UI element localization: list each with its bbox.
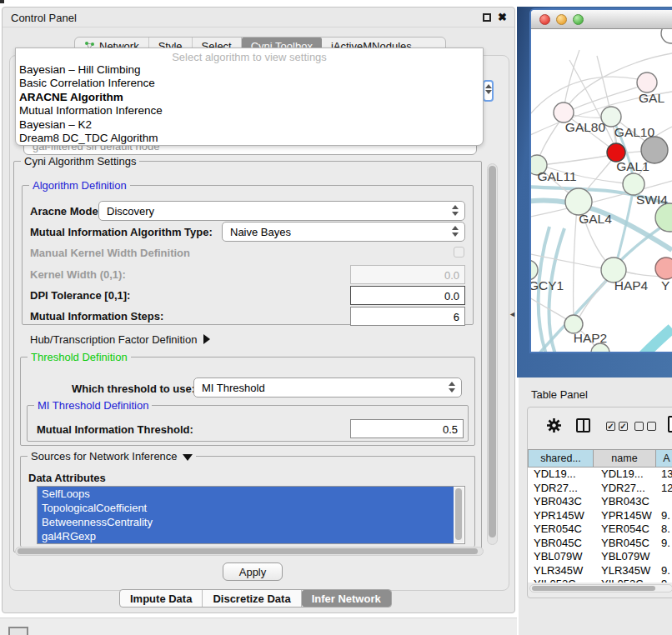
- column-header-a[interactable]: A: [656, 449, 672, 468]
- mi-steps-field[interactable]: 6: [350, 307, 465, 326]
- mi-steps-label: Mutual Information Steps:: [30, 310, 163, 322]
- table-row[interactable]: YDR27...YDR27...12: [528, 482, 672, 496]
- node-labels: GAL GAL80 GAL10 GAL1 GAL11 SWI4 GAL4 GCY…: [531, 91, 669, 345]
- cell-name: YDR27...: [594, 482, 656, 496]
- cell-shared: YDL19...: [528, 468, 594, 482]
- unchecked-checkbox-icon[interactable]: [647, 422, 656, 431]
- combo-value: Naive Bayes: [230, 226, 291, 238]
- kernel-width-field[interactable]: 0.0: [350, 265, 465, 284]
- control-panel-titlebar: Control Panel ✖: [3, 8, 514, 28]
- column-header-name[interactable]: name: [594, 449, 656, 468]
- focused-stepper[interactable]: [483, 80, 494, 102]
- corner-artifact: [0, 0, 4, 3]
- sources-group-title[interactable]: Sources for Network Inference: [28, 450, 196, 462]
- table-row[interactable]: YPR145WYPR145W9.: [528, 509, 672, 523]
- cell-name: YPR145W: [594, 509, 656, 523]
- node-salmon[interactable]: [655, 258, 672, 279]
- column-browser-icon[interactable]: [576, 418, 590, 432]
- list-vertical-scrollbar[interactable]: [454, 488, 464, 542]
- table-hscroll-thumb[interactable]: [532, 586, 655, 591]
- cell-shared: YBL079W: [528, 550, 594, 564]
- table-row[interactable]: YER054CYER054C8.: [528, 522, 672, 537]
- settings-horizontal-scrollbar[interactable]: [15, 547, 484, 556]
- table-row[interactable]: YLR345WYLR345W9.: [528, 564, 672, 578]
- stepper-arrows-icon: [452, 205, 459, 216]
- node-big-green[interactable]: [655, 203, 672, 232]
- algorithm-option[interactable]: Bayesian – K2: [16, 118, 483, 132]
- gear-icon[interactable]: [546, 418, 562, 433]
- algorithm-option[interactable]: Mutual Information Inference: [16, 104, 483, 118]
- tab-infer-network[interactable]: Infer Network: [302, 590, 391, 607]
- table-panel: Table Panel ✓: [519, 378, 672, 635]
- float-window-icon[interactable]: [483, 13, 491, 22]
- node-partial-top[interactable]: [661, 29, 672, 43]
- combo-value: MI Threshold: [202, 382, 265, 394]
- cell-shared: YPR145W: [528, 509, 594, 523]
- group-title: Cyni Algorithm Settings: [21, 155, 139, 168]
- algorithm-option[interactable]: Dream8 DC_TDC Algorithm: [16, 132, 483, 145]
- table-row[interactable]: YIL052CYIL052C9: [528, 578, 672, 582]
- network-window-titlebar[interactable]: [531, 10, 672, 29]
- attribute-item-selected[interactable]: TopologicalCoefficient: [38, 501, 454, 515]
- minimize-traffic-light-icon[interactable]: [556, 14, 567, 25]
- settings-vertical-scrollbar[interactable]: [487, 163, 498, 545]
- cell-value: [656, 495, 672, 509]
- hscroll-thumb[interactable]: [18, 548, 478, 554]
- panel-splitter-arrow-icon[interactable]: ◄: [509, 310, 516, 318]
- network-canvas[interactable]: GAL GAL80 GAL10 GAL1 GAL11 SWI4 GAL4 GCY…: [531, 29, 672, 352]
- attribute-item-selected[interactable]: SelfLoops: [38, 487, 454, 501]
- table-body[interactable]: YDL19...YDL19...13 YDR27...YDR27...12 YB…: [528, 468, 672, 582]
- expand-right-icon: [203, 334, 210, 344]
- tab-impute-data[interactable]: Impute Data: [120, 590, 203, 607]
- algorithm-option[interactable]: Basic Correlation Inference: [16, 77, 483, 90]
- table-row[interactable]: YBL079WYBL079W: [528, 550, 672, 564]
- cell-shared: YBR045C: [528, 537, 594, 551]
- attribute-item-selected[interactable]: BetweennessCentrality: [38, 515, 454, 529]
- checked-checkbox-icon[interactable]: ✓: [619, 422, 628, 431]
- algorithm-option[interactable]: Bayesian – Hill Climbing: [16, 63, 483, 77]
- cell-value: [656, 550, 672, 564]
- unchecked-checkbox-icon[interactable]: [634, 422, 644, 431]
- data-attributes-list[interactable]: SelfLoops TopologicalCoefficient Between…: [37, 486, 465, 544]
- node-gcy1[interactable]: [531, 260, 538, 280]
- cell-value: 9.: [656, 564, 672, 578]
- aracne-mode-combobox[interactable]: Discovery: [98, 201, 465, 221]
- table-panel-box: ✓ ✓ shared... name A YDL19...YDL19...13 …: [527, 407, 672, 598]
- screen: GAL GAL80 GAL10 GAL1 GAL11 SWI4 GAL4 GCY…: [0, 0, 672, 635]
- cell-name: YDL19...: [594, 468, 656, 482]
- table-row[interactable]: YDL19...YDL19...13: [528, 468, 672, 482]
- manual-kernel-checkbox[interactable]: [454, 247, 464, 258]
- tab-discretize-data[interactable]: Discretize Data: [203, 590, 301, 607]
- table-panel-title: Table Panel: [531, 388, 588, 401]
- network-graph: GAL GAL80 GAL10 GAL1 GAL11 SWI4 GAL4 GCY…: [531, 29, 672, 352]
- apply-button[interactable]: Apply: [223, 562, 283, 581]
- vscroll-thumb[interactable]: [489, 166, 496, 538]
- node-label-y: Y: [661, 278, 669, 292]
- node-label-gal1: GAL1: [616, 159, 649, 173]
- column-header-shared[interactable]: shared...: [528, 449, 594, 468]
- node-label-gcy1: GCY1: [531, 278, 564, 292]
- node-label-hap2: HAP2: [574, 331, 608, 345]
- close-icon[interactable]: ✖: [498, 11, 507, 23]
- table-row[interactable]: YBR045CYBR045C9.: [528, 537, 672, 551]
- collapsed-panel-button[interactable]: [8, 627, 28, 635]
- table-horizontal-scrollbar[interactable]: [529, 584, 672, 592]
- collapse-down-icon: [183, 454, 193, 461]
- node-gal2[interactable]: [637, 72, 657, 92]
- close-traffic-light-icon[interactable]: [539, 14, 550, 25]
- attribute-item-selected[interactable]: gal4RGexp: [38, 529, 454, 543]
- document-icon[interactable]: [668, 416, 672, 432]
- maximize-traffic-light-icon[interactable]: [573, 14, 584, 25]
- hub-definition-expander[interactable]: Hub/Transcription Factor Definition: [30, 333, 210, 346]
- table-row[interactable]: YBR043CYBR043C: [528, 495, 672, 509]
- mi-algorithm-type-combobox[interactable]: Naive Bayes: [222, 222, 465, 242]
- group-title: MI Threshold Definition: [34, 399, 152, 412]
- which-threshold-combobox[interactable]: MI Threshold: [193, 378, 462, 398]
- mi-threshold-field[interactable]: 0.5: [350, 419, 464, 438]
- dpi-tolerance-field[interactable]: 0.0: [350, 286, 465, 305]
- algorithm-option-selected[interactable]: ARACNE Algorithm: [16, 91, 483, 104]
- list-scroll-thumb[interactable]: [455, 488, 462, 540]
- network-view-window[interactable]: GAL GAL80 GAL10 GAL1 GAL11 SWI4 GAL4 GCY…: [529, 8, 672, 353]
- checked-checkbox-icon[interactable]: ✓: [606, 422, 615, 431]
- cell-shared: YLR345W: [528, 564, 594, 578]
